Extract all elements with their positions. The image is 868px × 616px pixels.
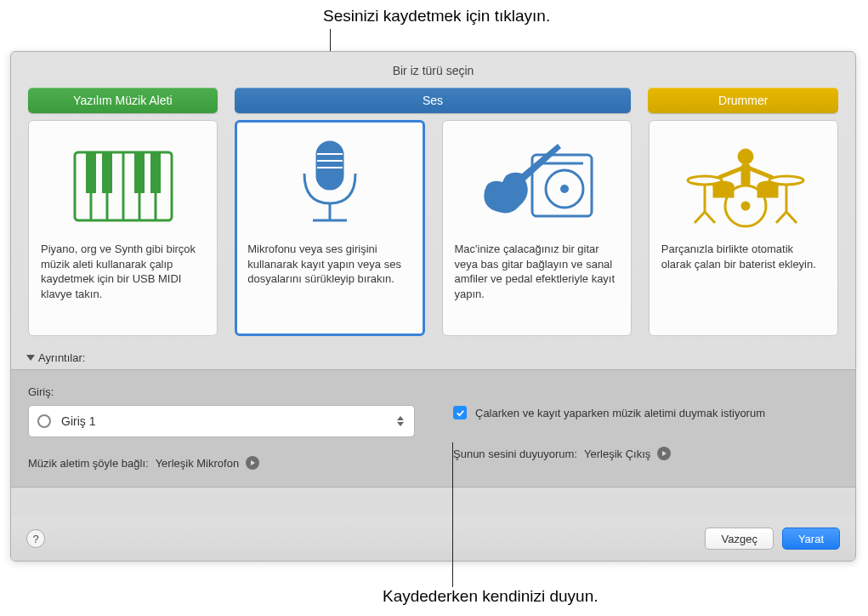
details-right-column: Çalarken ve kayıt yaparken müzik aletimi… xyxy=(453,385,838,470)
monitor-checkbox-label: Çalarken ve kayıt yaparken müzik aletimi… xyxy=(475,407,765,419)
guitar-amp-icon xyxy=(455,131,619,242)
details-panel: Giriş: Giriş 1 Müzik aletim şöyle bağlı:… xyxy=(11,369,855,488)
card-description: Parçanızla birlikte otomatik olarak çala… xyxy=(661,242,825,271)
track-cards-row: Piyano, org ve Synth gibi birçok müzik a… xyxy=(11,120,855,346)
select-arrows-icon xyxy=(394,411,407,431)
help-icon: ? xyxy=(32,533,38,545)
tab-label: Drummer xyxy=(718,94,768,107)
svg-line-22 xyxy=(720,168,741,177)
callout-line-bottom xyxy=(452,442,453,587)
hearing-value: Yerleşik Çıkış xyxy=(584,448,650,460)
dialog-title: Bir iz türü seçin xyxy=(11,52,855,88)
connected-value: Yerleşik Mikrofon xyxy=(156,457,240,470)
svg-point-33 xyxy=(742,202,749,209)
drummer-icon xyxy=(661,131,825,242)
create-button[interactable]: Yarat xyxy=(782,528,840,550)
svg-rect-35 xyxy=(714,186,733,197)
svg-line-23 xyxy=(750,168,771,177)
svg-line-26 xyxy=(695,212,705,223)
tab-label: Ses xyxy=(423,94,443,107)
connection-settings-button[interactable] xyxy=(246,456,259,470)
hearing-output-row: Şunun sesini duyuyorum: Yerleşik Çıkış xyxy=(453,447,838,460)
svg-point-18 xyxy=(560,185,569,193)
instrument-connection-row: Müzik aletim şöyle bağlı: Yerleşik Mikro… xyxy=(28,456,419,470)
svg-rect-37 xyxy=(758,186,777,197)
output-settings-button[interactable] xyxy=(657,447,671,460)
tab-software-instrument[interactable]: Yazılım Müzik Aleti xyxy=(28,88,218,113)
input-label: Giriş: xyxy=(28,385,419,398)
input-select[interactable]: Giriş 1 xyxy=(28,405,415,437)
input-value: Giriş 1 xyxy=(61,414,95,428)
tab-audio[interactable]: Ses xyxy=(235,88,632,113)
svg-line-31 xyxy=(786,212,797,223)
callout-top: Sesinizi kaydetmek için tıklayın. xyxy=(323,7,550,26)
card-description: Mikrofonu veya ses girişini kullanarak k… xyxy=(247,242,411,287)
svg-point-20 xyxy=(738,149,753,164)
details-disclosure[interactable]: Ayrıntılar: xyxy=(11,346,855,369)
callout-bottom: Kaydederken kendinizi duyun. xyxy=(383,587,599,606)
keyboard-icon xyxy=(41,131,205,242)
connected-label: Müzik aletim şöyle bağlı: xyxy=(28,457,149,470)
track-type-tabs: Yazılım Müzik Aleti Ses Drummer xyxy=(11,88,855,120)
monitor-checkbox[interactable] xyxy=(453,406,467,419)
card-audio-mic[interactable]: Mikrofonu veya ses girişini kullanarak k… xyxy=(235,120,424,336)
svg-rect-7 xyxy=(102,152,112,193)
details-left-column: Giriş: Giriş 1 Müzik aletim şöyle bağlı:… xyxy=(28,385,419,470)
card-description: Piyano, org ve Synth gibi birçok müzik a… xyxy=(41,242,205,301)
dialog-footer: ? Vazgeç Yarat xyxy=(11,516,855,561)
tab-label: Yazılım Müzik Aleti xyxy=(73,94,172,107)
hearing-label: Şunun sesini duyuyorum: xyxy=(453,448,577,460)
chevron-down-icon xyxy=(26,355,35,361)
cancel-button[interactable]: Vazgeç xyxy=(705,528,773,550)
svg-rect-9 xyxy=(150,152,161,193)
input-channel-icon xyxy=(37,414,51,428)
new-track-dialog: Bir iz türü seçin Yazılım Müzik Aleti Se… xyxy=(10,51,856,562)
card-software-instrument[interactable]: Piyano, org ve Synth gibi birçok müzik a… xyxy=(28,120,218,336)
monitor-checkbox-row[interactable]: Çalarken ve kayıt yaparken müzik aletimi… xyxy=(453,406,838,419)
svg-rect-8 xyxy=(134,152,145,193)
microphone-icon xyxy=(247,131,411,242)
svg-line-30 xyxy=(776,212,786,223)
card-description: Mac'inize çalacağınız bir gitar veya bas… xyxy=(455,242,619,301)
tab-drummer[interactable]: Drummer xyxy=(648,88,838,113)
create-label: Yarat xyxy=(798,533,824,545)
svg-rect-6 xyxy=(86,152,96,193)
svg-line-27 xyxy=(705,212,715,223)
details-label: Ayrıntılar: xyxy=(38,351,85,364)
svg-rect-10 xyxy=(317,142,343,189)
card-audio-guitar[interactable]: Mac'inize çalacağınız bir gitar veya bas… xyxy=(442,120,632,336)
cancel-label: Vazgeç xyxy=(721,533,757,545)
card-drummer[interactable]: Parçanızla birlikte otomatik olarak çala… xyxy=(649,120,838,336)
help-button[interactable]: ? xyxy=(26,529,45,548)
